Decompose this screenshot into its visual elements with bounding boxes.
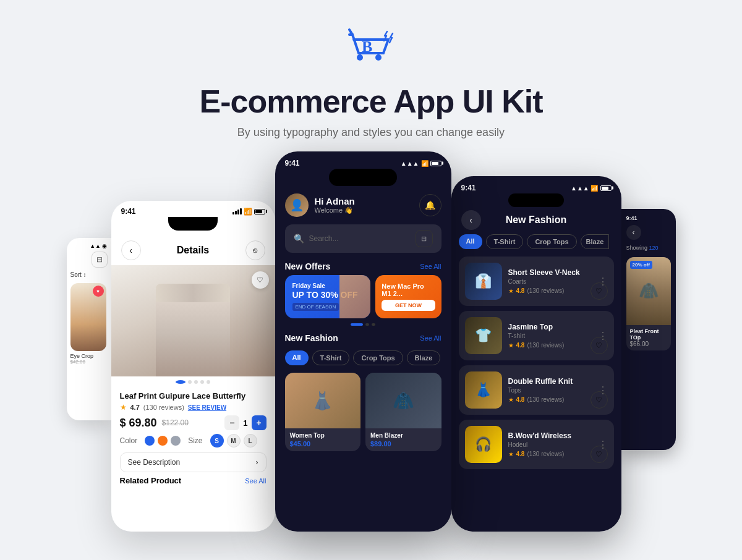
color-gray[interactable]: [171, 436, 181, 446]
status-icons-phone3: ▲▲▲ 📶: [401, 160, 441, 167]
qty-plus[interactable]: +: [252, 415, 267, 430]
see-description-button[interactable]: See Description ›: [120, 452, 267, 472]
get-now-button[interactable]: GET NOW: [382, 300, 435, 311]
list-item-1[interactable]: 👔 Short Sleeve V-Neck Coarts ★ 4.8 (130 …: [459, 257, 614, 306]
related-see-all[interactable]: See All: [245, 477, 266, 485]
notification-button[interactable]: 🔔: [419, 194, 441, 216]
product-card-name-1: Women Top: [290, 432, 356, 439]
product-image: ♡: [111, 265, 275, 376]
list-rating-val-3: 4.8: [516, 396, 525, 403]
product-card-name-2: Men Blazer: [370, 432, 437, 439]
new-offers-header: New Offers See All: [275, 255, 451, 275]
list-item-4[interactable]: 🎧 B.Wow'd Wireless Hodeul ★ 4.8 (130 rev…: [459, 420, 614, 469]
color-label: Color: [120, 436, 138, 445]
star-icon: ★: [120, 403, 127, 412]
product-grid-items: 👗 Women Top $45.00 🧥 Men Blazer $89.00: [285, 369, 441, 455]
right-partial-product[interactable]: 20% off 🧥 Pleat Front TOp $66.00: [626, 257, 671, 350]
product-card-1[interactable]: 👗 Women Top $45.00: [285, 373, 361, 451]
phone-right-partial: 9:41 ‹ Showing 120 20% off 🧥 Pleat Front…: [621, 209, 676, 450]
size-label: Size: [188, 436, 202, 445]
dynamic-island-phone4: [508, 193, 564, 207]
related-title: Related Product: [120, 476, 182, 485]
back-button[interactable]: ‹: [121, 240, 141, 260]
current-price: $ 69.80: [120, 417, 157, 430]
time-phone2: 9:41: [121, 207, 136, 216]
list-info-1: Short Sleeve V-Neck Coarts ★ 4.8 (130 re…: [508, 268, 592, 294]
phone-details: 9:41 📶 ‹ Details ⎋: [111, 201, 275, 532]
product-grid: 👗 Women Top $45.00 🧥 Men Blazer $89.00: [275, 369, 451, 455]
search-bar[interactable]: 🔍 Search... ⊟: [285, 224, 441, 253]
price-row: $ 69.80 $122.00 − 1 +: [120, 415, 267, 430]
list-heart-1[interactable]: ♡: [591, 282, 608, 300]
status-bar-phone2: 9:41 📶: [111, 201, 275, 217]
friday-sale-banner[interactable]: Friday Sale UP TO 30% OFF END OF SEASON: [285, 275, 371, 318]
wishlist-heart[interactable]: ♥: [93, 286, 104, 297]
list-item-3[interactable]: 👗 Double Ruffle Knit Tops ★ 4.8 (130 rev…: [459, 365, 614, 415]
product-card-price-1: $45.00: [290, 440, 356, 448]
list-heart-2[interactable]: ♡: [591, 337, 608, 354]
list-item-2[interactable]: 👕 Jasmine Top T-shirt ★ 4.8 (130 reviews…: [459, 311, 614, 360]
wishlist-button[interactable]: ♡: [252, 271, 269, 289]
product-card-img-1: 👗: [285, 373, 361, 428]
see-review-link[interactable]: SEE REVIEW: [188, 404, 226, 411]
category-crop-tops[interactable]: Crop Tops: [353, 350, 403, 365]
phone-fashion-list: 9:41 ▲▲▲ 📶 ‹ New Fashion All T-Shirt Cro…: [451, 176, 621, 532]
fashion-cat-crop-tops[interactable]: Crop Tops: [527, 234, 576, 249]
list-heart-4[interactable]: ♡: [591, 446, 608, 463]
list-rating-val-4: 4.8: [516, 451, 525, 457]
banner-dots: [275, 318, 451, 327]
fashion-back: ‹: [461, 210, 481, 230]
notch-phone2: [168, 217, 218, 231]
new-fashion-see-all[interactable]: See All: [420, 334, 441, 342]
sort-label: Sort ↕: [70, 271, 87, 278]
size-m[interactable]: M: [227, 434, 241, 448]
share-button[interactable]: ⎋: [245, 240, 265, 260]
page-title: E-commerce App UI Kit: [0, 83, 742, 120]
product-name-partial: Eye Crop: [70, 353, 108, 359]
list-heart-3[interactable]: ♡: [591, 391, 608, 409]
fashion-list-header: ‹ New Fashion: [451, 212, 621, 231]
back-button-dark[interactable]: ‹: [461, 210, 481, 230]
product-card-2[interactable]: 🧥 Men Blazer $89.00: [365, 373, 441, 451]
fashion-cat-all[interactable]: All: [459, 234, 482, 249]
user-welcome: Welcome 👋: [315, 206, 419, 214]
list-name-2: Jasmine Top: [508, 323, 592, 331]
list-info-4: B.Wow'd Wireless Hodeul ★ 4.8 (130 revie…: [508, 431, 592, 457]
right-partial-back[interactable]: ‹: [626, 225, 641, 240]
user-info: Hi Adnan Welcome 👋: [315, 196, 419, 214]
time-phone4: 9:41: [461, 184, 476, 192]
time-phone3: 9:41: [285, 159, 300, 168]
mac-title: New Mac Pro M1 2...: [382, 282, 435, 297]
filter-icon[interactable]: ⊟: [416, 230, 433, 247]
mac-banner[interactable]: New Mac Pro M1 2... GET NOW: [375, 275, 441, 318]
banner-area: Friday Sale UP TO 30% OFF END OF SEASON …: [275, 275, 451, 318]
size-l[interactable]: L: [244, 434, 257, 448]
list-type-1: Coarts: [508, 278, 592, 285]
user-header: 👤 Hi Adnan Welcome 👋 🔔: [275, 191, 451, 222]
user-avatar: 👤: [285, 193, 309, 217]
category-tshirt[interactable]: T-Shirt: [312, 350, 350, 365]
category-all[interactable]: All: [285, 350, 309, 365]
color-orange[interactable]: [158, 436, 168, 446]
new-offers-see-all[interactable]: See All: [420, 263, 441, 270]
logo: B: [0, 22, 742, 72]
dynamic-island-phone3: [329, 169, 397, 186]
color-blue[interactable]: [145, 436, 155, 446]
fashion-cat-tshirt[interactable]: T-Shirt: [486, 234, 524, 249]
quantity-control: − 1 +: [224, 415, 266, 430]
list-info-2: Jasmine Top T-shirt ★ 4.8 (130 reviews): [508, 323, 592, 349]
filter-icon[interactable]: ⊟: [92, 252, 108, 268]
category-pills: All T-Shirt Crop Tops Blaze: [285, 347, 441, 369]
list-img-3: 👗: [465, 371, 502, 409]
color-size-row: Color Size S M L: [120, 434, 267, 448]
header: B E-commerce App UI Kit By using typogra…: [0, 0, 742, 151]
status-icons-phone2: 📶: [232, 208, 265, 216]
list-img-1: 👔: [465, 263, 502, 300]
qty-minus[interactable]: −: [224, 415, 239, 430]
category-blaze[interactable]: Blaze: [407, 350, 441, 365]
size-s[interactable]: S: [210, 434, 224, 448]
fashion-cat-blaze-partial[interactable]: Blaze: [581, 234, 610, 249]
product-name: Leaf Print Guipure Lace Butterfly: [120, 391, 267, 401]
list-reviews-2: (130 reviews): [527, 342, 564, 349]
list-rating-val-1: 4.8: [516, 287, 525, 294]
